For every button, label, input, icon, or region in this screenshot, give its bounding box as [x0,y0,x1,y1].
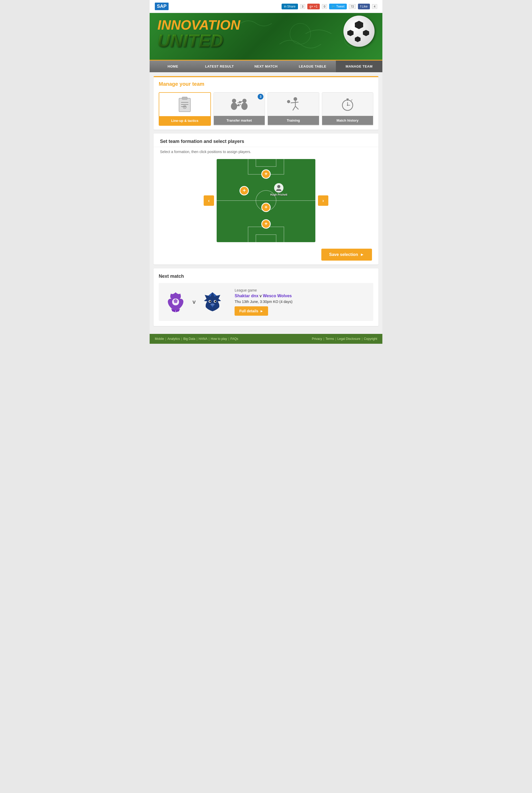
manage-team-card: Manage your team Line-up & tactics [153,76,379,130]
tab-history-icon-area [322,93,373,116]
player-position-2[interactable]: + [240,186,249,195]
hero-title-innovation: INNOVATION [157,18,375,32]
tab-transfer[interactable]: 3 [213,92,265,126]
nav-manage-team[interactable]: MANAGE TEAM [336,60,382,72]
svg-line-17 [291,102,299,103]
svg-rect-22 [346,98,348,100]
sap-logo: SAP [155,3,169,10]
facebook-button[interactable]: f Like [358,4,370,10]
svg-point-20 [287,100,290,103]
svg-line-19 [296,106,299,109]
svg-point-36 [214,301,216,302]
manage-team-title: Manage your team [159,81,373,87]
footer-link-legal[interactable]: Legal Disclosure [338,337,361,341]
svg-point-28 [277,185,280,188]
player-position-5[interactable]: + [261,219,271,229]
player-position-1[interactable]: + [261,169,271,179]
svg-point-12 [241,102,248,110]
footer-left-links: Mobile | Analytics | Big Data | HANA | H… [155,337,238,341]
arrow-right-icon: ► [360,252,364,257]
manage-team-header: Manage your team [153,76,379,90]
svg-point-15 [293,97,297,101]
footer-link-copyright[interactable]: Copyright [364,337,377,341]
footer-link-mobile[interactable]: Mobile [155,337,164,341]
social-buttons: in Share 3 g+ +1 0 🐦 Tweet 72 f Like 4 [282,4,377,10]
nav-home[interactable]: HOME [150,60,196,72]
versus-text: v [192,299,196,305]
top-bar: SAP in Share 3 g+ +1 0 🐦 Tweet 72 f Like… [150,0,382,13]
svg-point-27 [347,105,348,106]
svg-rect-3 [182,97,187,99]
footer-link-faqs[interactable]: FAQs [230,337,238,341]
add-player-icon-1[interactable]: + [261,169,271,179]
wolves-logo [202,291,224,313]
clipboard-icon [177,96,192,113]
team-away-link[interactable]: Wesco Wolves [263,294,292,298]
team-home-link[interactable]: Shaktar dnx [234,294,259,298]
svg-point-8 [184,107,185,108]
tab-transfer-label: Transfer market [214,116,265,125]
team-away-logo [201,290,224,314]
tab-lineup[interactable]: Line-up & tactics [159,92,211,126]
linkedin-share-button[interactable]: in Share [282,4,298,10]
footer-link-hana[interactable]: HANA [199,337,207,341]
add-player-icon-4[interactable]: + [261,203,271,212]
match-info: League game Shaktar dnx v Wesco Wolves T… [229,288,368,316]
formation-field-wrapper: ‹ + + [153,156,379,245]
next-match-title: Next match [159,273,373,279]
add-player-icon-5[interactable]: + [261,219,271,229]
svg-point-37 [210,303,214,305]
footer-right-links: Privacy | Terms | Legal Disclosure | Cop… [312,337,377,341]
arrow-icon: ► [260,309,263,313]
field-goal-bottom [255,234,277,242]
player-name: Hugh Prichett [270,193,288,196]
full-details-button[interactable]: Full details ► [234,306,268,316]
add-player-icon-2[interactable]: + [240,186,249,195]
tab-training-label: Training [268,116,319,125]
svg-line-26 [351,99,352,100]
team-home-logo [164,290,187,314]
tab-training[interactable]: Training [268,92,319,126]
hero-text: INNOVATION UNITED [157,18,375,49]
svg-point-35 [209,301,211,302]
formation-subtitle: Select a formation, then click positions… [153,147,379,156]
soccer-ball-decoration [343,16,375,47]
facebook-count: 4 [372,4,377,9]
field-goal-top [255,159,277,167]
formation-next-button[interactable]: › [318,195,328,206]
nav-next-match[interactable]: NEXT MATCH [243,60,289,72]
footer-link-bigdata[interactable]: Big Data [184,337,195,341]
nav-league-table[interactable]: LEAGUE TABLE [289,60,336,72]
footer-link-privacy[interactable]: Privacy [312,337,322,341]
svg-point-11 [242,99,247,103]
league-game-label: League game [234,288,368,292]
footer-link-analytics[interactable]: Analytics [167,337,180,341]
twitter-count: 72 [349,4,356,9]
formation-title: Set team formation and select players [160,139,372,144]
svg-point-10 [231,102,237,110]
main-nav: HOME LATEST RESULT NEXT MATCH LEAGUE TAB… [150,60,382,72]
player-position-4[interactable]: + [261,203,271,212]
shaktar-logo [165,291,187,313]
tab-lineup-icon-area [159,93,210,116]
footer-link-terms[interactable]: Terms [325,337,334,341]
player-position-3[interactable]: Hugh Prichett [270,183,288,196]
save-selection-button[interactable]: Save selection ► [321,249,372,261]
training-icon [285,96,301,112]
google-plus-button[interactable]: g+ +1 [307,4,320,10]
footer-link-howtoplay[interactable]: How to play [211,337,227,341]
next-match-card: Next match v [153,268,379,326]
twitter-button[interactable]: 🐦 Tweet [329,4,347,10]
facebook-icon: f [360,5,361,8]
match-date: Thu 13th June, 3:30pm KO (4 days) [234,300,368,304]
tab-history[interactable]: Match history [322,92,374,126]
svg-point-9 [232,99,236,103]
linkedin-count: 3 [300,4,305,9]
transfer-icon [230,97,248,111]
google-count: 0 [322,4,327,9]
hero-banner: INNOVATION UNITED [150,13,382,60]
formation-prev-button[interactable]: ‹ [204,195,214,206]
nav-latest-result[interactable]: LATEST RESULT [196,60,243,72]
tab-history-label: Match history [322,116,373,125]
transfer-badge: 3 [258,94,263,99]
